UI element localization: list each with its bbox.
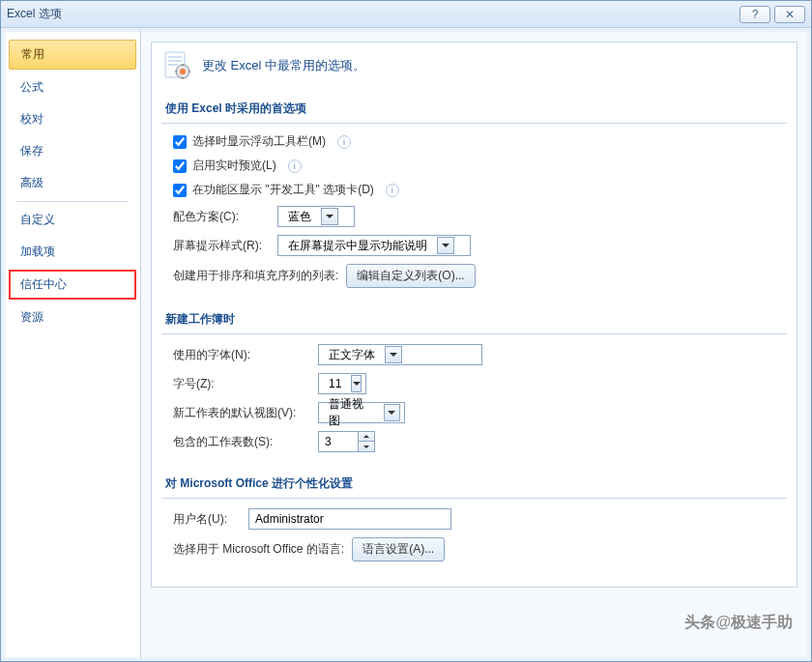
input-sheet-count[interactable] [319, 432, 358, 451]
label-live-preview: 启用实时预览(L) [192, 158, 276, 174]
info-icon[interactable]: i [386, 184, 399, 197]
input-username[interactable] [248, 508, 451, 530]
sidebar-item-proofing[interactable]: 校对 [9, 105, 136, 133]
section-title-personalize: 对 Microsoft Office 进行个性化设置 [161, 470, 787, 499]
sidebar-item-advanced[interactable]: 高级 [9, 169, 136, 197]
dropdown-default-view[interactable]: 普通视图 [318, 402, 405, 423]
content-area: 更改 Excel 中最常用的选项。 使用 Excel 时采用的首选项 选择时显示… [141, 28, 811, 661]
options-icon [161, 50, 192, 81]
label-font-size: 字号(Z): [173, 376, 318, 392]
dropdown-font-size[interactable]: 11 [318, 373, 366, 394]
section-title-new-workbook: 新建工作簿时 [161, 305, 787, 334]
sidebar-item-addins[interactable]: 加载项 [9, 238, 136, 266]
row-username: 用户名(U): [173, 508, 787, 530]
row-font: 使用的字体(N): 正文字体 [173, 344, 787, 365]
chevron-down-icon [321, 208, 338, 225]
dropdown-font[interactable]: 正文字体 [318, 344, 482, 365]
dropdown-font-size-value: 11 [323, 377, 347, 390]
row-custom-lists: 创建用于排序和填充序列的列表: 编辑自定义列表(O)... [173, 264, 787, 288]
label-username: 用户名(U): [173, 511, 241, 528]
dropdown-screentip[interactable]: 在屏幕提示中显示功能说明 [277, 235, 471, 256]
dropdown-screentip-value: 在屏幕提示中显示功能说明 [282, 238, 433, 254]
sidebar-item-trust-center[interactable]: 信任中心 [9, 270, 136, 300]
chevron-down-icon [384, 404, 401, 421]
dialog-body: 常用 公式 校对 保存 高级 自定义 加载项 信任中心 资源 [1, 28, 811, 661]
button-edit-custom-lists[interactable]: 编辑自定义列表(O)... [346, 264, 475, 288]
close-button[interactable]: ✕ [774, 6, 805, 23]
label-custom-lists: 创建用于排序和填充序列的列表: [173, 268, 338, 284]
row-mini-toolbar: 选择时显示浮动工具栏(M) i [173, 133, 787, 150]
section-title-preferences: 使用 Excel 时采用的首选项 [161, 95, 787, 124]
sidebar-item-formulas[interactable]: 公式 [9, 73, 136, 101]
row-live-preview: 启用实时预览(L) i [173, 158, 787, 174]
label-language: 选择用于 Microsoft Office 的语言: [173, 541, 344, 558]
sidebar-item-general[interactable]: 常用 [9, 40, 136, 70]
sidebar: 常用 公式 校对 保存 高级 自定义 加载项 信任中心 资源 [1, 28, 141, 661]
label-sheet-count: 包含的工作表数(S): [173, 434, 318, 450]
row-font-size: 字号(Z): 11 [173, 373, 787, 394]
chevron-down-icon [437, 237, 454, 254]
svg-rect-1 [168, 56, 182, 58]
chevron-down-icon [385, 346, 402, 363]
help-button[interactable]: ? [740, 6, 770, 23]
sidebar-separator [16, 201, 129, 202]
row-developer-tab: 在功能区显示 "开发工具" 选项卡(D) i [173, 182, 787, 198]
titlebar: Excel 选项 ? ✕ [1, 1, 811, 28]
row-language: 选择用于 Microsoft Office 的语言: 语言设置(A)... [173, 537, 787, 561]
svg-point-5 [180, 69, 186, 74]
row-sheet-count: 包含的工作表数(S): [173, 431, 787, 452]
label-screentip: 屏幕提示样式(R): [173, 238, 270, 254]
checkbox-mini-toolbar[interactable] [173, 135, 187, 149]
dropdown-color-value: 蓝色 [282, 209, 317, 225]
label-default-view: 新工作表的默认视图(V): [173, 405, 318, 421]
label-font: 使用的字体(N): [173, 347, 318, 363]
info-icon[interactable]: i [337, 135, 351, 149]
button-language-settings[interactable]: 语言设置(A)... [352, 537, 445, 561]
row-color-scheme: 配色方案(C): 蓝色 [173, 206, 787, 227]
section-new-workbook: 新建工作簿时 使用的字体(N): 正文字体 字号(Z): 11 [161, 305, 787, 452]
dropdown-font-value: 正文字体 [323, 347, 381, 363]
row-default-view: 新工作表的默认视图(V): 普通视图 [173, 402, 787, 423]
spinner-up-icon[interactable] [359, 432, 374, 442]
chevron-down-icon [351, 375, 362, 392]
dropdown-default-view-value: 普通视图 [323, 396, 380, 429]
section-personalize: 对 Microsoft Office 进行个性化设置 用户名(U): 选择用于 … [161, 470, 787, 561]
sidebar-item-save[interactable]: 保存 [9, 137, 136, 165]
info-icon[interactable]: i [288, 159, 302, 173]
checkbox-live-preview[interactable] [173, 159, 187, 173]
spinner-down-icon[interactable] [359, 442, 374, 451]
window-title: Excel 选项 [7, 6, 736, 22]
content-panel: 更改 Excel 中最常用的选项。 使用 Excel 时采用的首选项 选择时显示… [151, 42, 798, 588]
dialog-window: Excel 选项 ? ✕ 常用 公式 校对 保存 高级 自定义 加载项 信任中心… [0, 0, 812, 662]
label-developer-tab: 在功能区显示 "开发工具" 选项卡(D) [192, 182, 374, 198]
svg-rect-2 [168, 60, 182, 62]
row-screentip: 屏幕提示样式(R): 在屏幕提示中显示功能说明 [173, 235, 787, 256]
spinner-sheet-count[interactable] [318, 431, 375, 452]
section-preferences: 使用 Excel 时采用的首选项 选择时显示浮动工具栏(M) i 启用实时预览(… [161, 95, 787, 288]
page-header-text: 更改 Excel 中最常用的选项。 [202, 57, 365, 74]
label-color-scheme: 配色方案(C): [173, 209, 270, 225]
label-mini-toolbar: 选择时显示浮动工具栏(M) [192, 133, 326, 150]
page-header: 更改 Excel 中最常用的选项。 [161, 50, 787, 81]
spinner-buttons [358, 432, 374, 451]
dropdown-color-scheme[interactable]: 蓝色 [277, 206, 355, 227]
sidebar-item-customize[interactable]: 自定义 [9, 206, 136, 234]
sidebar-item-resources[interactable]: 资源 [9, 303, 136, 331]
watermark: 头条@极速手助 [684, 613, 793, 633]
svg-rect-3 [168, 64, 178, 66]
checkbox-developer-tab[interactable] [173, 184, 187, 197]
